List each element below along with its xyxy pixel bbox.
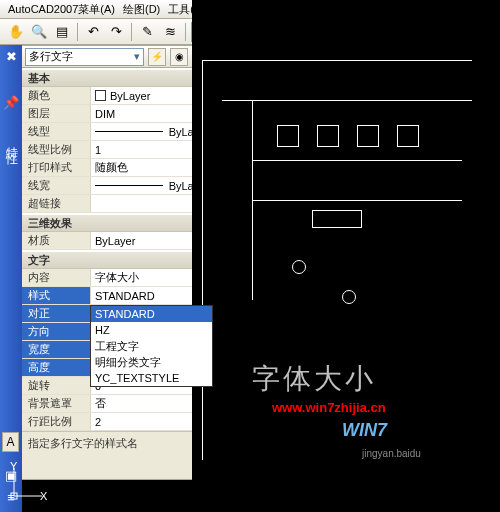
pickadd-icon[interactable]: ◉ — [170, 48, 188, 66]
style-dropdown-list: STANDARD HZ 工程文字 明细分类文字 YC_TEXTSTYLE — [90, 305, 213, 387]
row-hyperlink[interactable]: 超链接 — [22, 195, 213, 213]
group-3d-header[interactable]: 三维效果 — [22, 214, 213, 232]
cad-text-entity: 字体大小 — [252, 360, 376, 398]
svg-text:X: X — [40, 490, 48, 502]
panel-title-vertical: 特性 — [3, 137, 20, 149]
chevron-down-icon: ▾ — [134, 50, 140, 63]
cad-symbol — [317, 125, 339, 147]
lineweight-sample — [95, 185, 163, 186]
watermark-url: www.win7zhijia.cn — [272, 400, 386, 415]
object-type-select[interactable]: 多行文字 ▾ — [25, 48, 144, 66]
tab-a[interactable]: A — [2, 432, 19, 452]
cad-symbol — [312, 210, 362, 228]
cad-line — [252, 160, 462, 161]
style-option[interactable]: STANDARD — [91, 306, 212, 322]
menu-draw[interactable]: 绘图(D) — [119, 0, 164, 19]
drawing-canvas[interactable]: 字体大小 www.win7zhijia.cn WIN7 jingyan.baid… — [192, 0, 500, 512]
row-style[interactable]: 样式 STANDARD▾ STANDARD HZ 工程文字 明细分类文字 YC_… — [22, 287, 213, 305]
menu-autocad[interactable]: AutoCAD2007菜单(A) — [4, 0, 119, 19]
cad-node — [342, 290, 356, 304]
row-ltscale[interactable]: 线型比例1 — [22, 141, 213, 159]
row-material[interactable]: 材质ByLayer — [22, 232, 213, 250]
style-option[interactable]: 工程文字 — [91, 338, 212, 354]
tb-stack-icon[interactable]: ≋ — [160, 22, 180, 42]
tb-undo-icon[interactable]: ↶ — [83, 22, 103, 42]
properties-panel: 多行文字 ▾ ⚡ ◉ ▦ 基本 颜色ByLayer 图层DIM 线型ByLaye… — [22, 45, 214, 480]
tb-layers-icon[interactable]: ▤ — [52, 22, 72, 42]
tb-pan-icon[interactable]: ✋ — [6, 22, 26, 42]
cad-symbol — [397, 125, 419, 147]
panel-header: 多行文字 ▾ ⚡ ◉ ▦ — [22, 46, 213, 68]
watermark-brand: WIN7 — [342, 420, 387, 441]
pin-icon[interactable]: 📌 — [3, 95, 19, 111]
separator — [185, 23, 186, 41]
cad-line — [252, 200, 462, 201]
cad-symbol — [277, 125, 299, 147]
separator — [131, 23, 132, 41]
group-basic: 基本 颜色ByLayer 图层DIM 线型ByLayer 线型比例1 打印样式随… — [22, 68, 213, 213]
tb-brush-icon[interactable]: ✎ — [137, 22, 157, 42]
row-plotstyle[interactable]: 打印样式随颜色 — [22, 159, 213, 177]
style-option[interactable]: YC_TEXTSTYLE — [91, 370, 212, 386]
quickselect-icon[interactable]: ⚡ — [148, 48, 166, 66]
cad-line — [202, 60, 203, 460]
style-option[interactable]: HZ — [91, 322, 212, 338]
row-color[interactable]: 颜色ByLayer — [22, 87, 213, 105]
svg-text:Y: Y — [10, 462, 18, 472]
tb-redo-icon[interactable]: ↷ — [106, 22, 126, 42]
group-3d: 三维效果 材质ByLayer — [22, 213, 213, 250]
group-basic-header[interactable]: 基本 — [22, 69, 213, 87]
tb-zoom-icon[interactable]: 🔍 — [29, 22, 49, 42]
group-text-header[interactable]: 文字 — [22, 251, 213, 269]
watermark-sub: jingyan.baidu — [362, 448, 421, 459]
row-linespace[interactable]: 行距比例2 — [22, 413, 213, 431]
cad-line — [202, 60, 472, 61]
close-icon[interactable]: ✖ — [3, 49, 19, 65]
cad-node — [292, 260, 306, 274]
linetype-sample — [95, 131, 163, 132]
color-swatch-icon — [95, 90, 106, 101]
row-content[interactable]: 内容字体大小 — [22, 269, 213, 287]
object-type-text: 多行文字 — [29, 49, 73, 64]
ucs-icon: Y X — [8, 462, 48, 502]
row-linetype[interactable]: 线型ByLayer — [22, 123, 213, 141]
row-layer[interactable]: 图层DIM — [22, 105, 213, 123]
group-text: 文字 内容字体大小 样式 STANDARD▾ STANDARD HZ 工程文字 … — [22, 250, 213, 431]
cad-line — [252, 100, 253, 300]
style-option[interactable]: 明细分类文字 — [91, 354, 212, 370]
row-lineweight[interactable]: 线宽ByLayer — [22, 177, 213, 195]
row-bgmask[interactable]: 背景遮罩否 — [22, 395, 213, 413]
cad-symbol — [357, 125, 379, 147]
cad-line — [222, 100, 472, 101]
separator — [77, 23, 78, 41]
property-hint: 指定多行文字的样式名 — [22, 431, 213, 479]
